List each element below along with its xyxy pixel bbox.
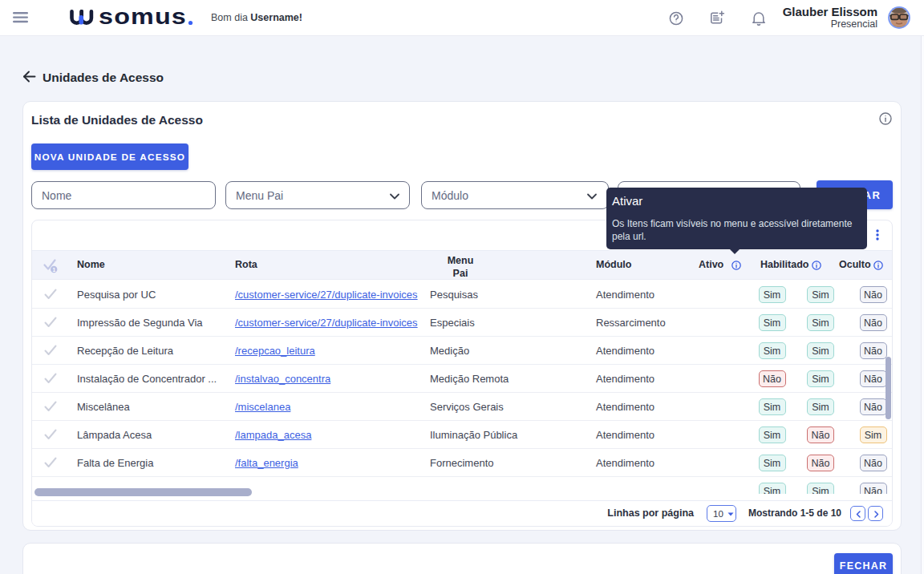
- svg-text:somus: somus: [99, 6, 187, 29]
- svg-text:1: 1: [52, 267, 55, 273]
